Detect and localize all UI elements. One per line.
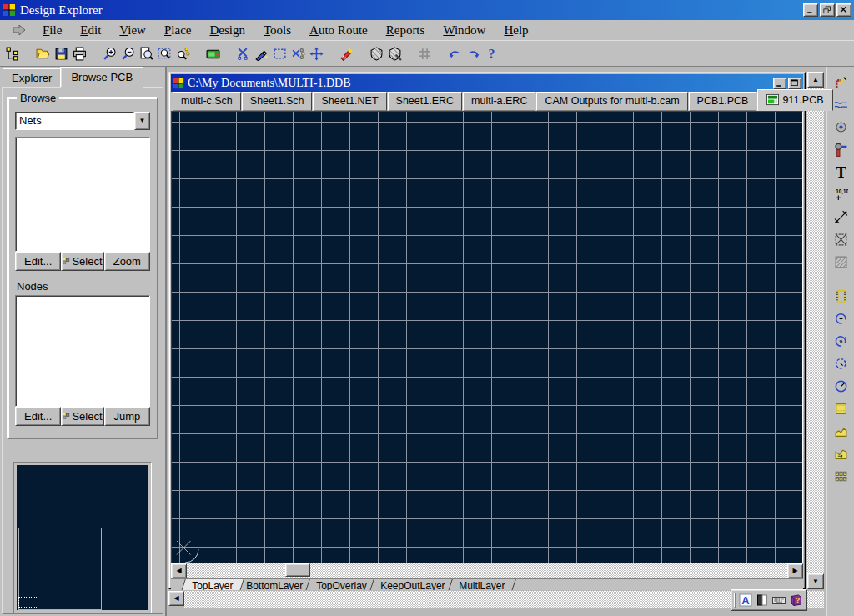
nodes-edit-button[interactable]: Edit... [15, 407, 61, 426]
menu-item-view[interactable]: View [110, 22, 155, 38]
pcb-canvas[interactable] [171, 111, 803, 563]
paste-array-icon[interactable] [830, 468, 851, 485]
text-annotation-icon[interactable]: A [737, 592, 754, 608]
place-coordinate-icon[interactable]: 10,10 [830, 186, 851, 203]
place-split-plane-icon[interactable] [830, 445, 851, 463]
place-pad-icon[interactable] [830, 141, 851, 158]
document-tab-sheet1-sch[interactable]: Sheet1.Sch [242, 92, 313, 111]
menu-item-help[interactable]: Help [495, 22, 537, 38]
panel-tab-explorer[interactable]: Explorer [3, 68, 61, 88]
workspace-hscrollbar[interactable]: ◀ [168, 591, 824, 608]
browse-edit-button[interactable]: Edit... [15, 252, 61, 271]
hscroll-track[interactable] [187, 563, 787, 578]
nodes-listbox[interactable] [15, 295, 150, 407]
highlight-pen-icon[interactable] [252, 44, 270, 63]
place-via-icon[interactable] [830, 118, 851, 136]
menu-item-auto-route[interactable]: Auto Route [300, 22, 377, 38]
board-view-icon[interactable] [203, 44, 222, 63]
move-select-icon[interactable] [289, 44, 307, 63]
layer-tab-multilayer[interactable]: MultiLayer [447, 579, 516, 590]
place-arc-center-icon[interactable] [830, 310, 851, 328]
place-string-icon[interactable]: T [830, 163, 851, 181]
undo-icon[interactable] [445, 44, 464, 63]
minimize-icon[interactable] [803, 3, 818, 17]
canvas-hscrollbar[interactable]: ◀ ▶ [171, 563, 803, 578]
place-fill-hatched-icon[interactable] [830, 253, 851, 271]
document-tab-911-pcb[interactable]: 911.PCB [757, 89, 832, 111]
menu-item-edit[interactable]: Edit [71, 22, 110, 38]
maximize-icon[interactable] [788, 78, 801, 89]
zoom-area-icon[interactable] [155, 44, 173, 63]
panel-tab-browse-pcb[interactable]: Browse PCB [60, 67, 143, 88]
document-titlebar[interactable]: C:\My Documents\MULTI-1.DDB [171, 74, 803, 92]
scroll-right-icon[interactable]: ▶ [787, 563, 803, 578]
place-arc-edge-icon[interactable] [830, 333, 851, 350]
menu-item-window[interactable]: Window [434, 22, 495, 38]
document-tab-sheet1-net[interactable]: Sheet1.NET [313, 92, 386, 111]
vscroll-track[interactable] [807, 88, 824, 573]
zoom-selection-icon[interactable] [173, 44, 192, 63]
restore-icon[interactable] [820, 3, 835, 17]
browse-type-dropdown[interactable]: Nets ▼ [15, 112, 150, 130]
wizard-icon[interactable] [337, 44, 355, 63]
select-area-icon[interactable] [270, 44, 289, 63]
explorer-panel-icon[interactable] [3, 44, 22, 63]
grid-icon[interactable] [415, 44, 434, 63]
browse-select-button[interactable]: Select [61, 252, 103, 271]
document-tab-sheet1-erc[interactable]: Sheet1.ERC [388, 92, 462, 111]
nets-listbox[interactable] [15, 137, 150, 252]
place-dimension-icon[interactable] [830, 208, 851, 226]
print-icon[interactable] [70, 44, 88, 63]
polygon-shield-icon[interactable] [367, 44, 385, 63]
place-track-icon[interactable] [830, 96, 851, 113]
save-icon[interactable] [52, 44, 70, 63]
minimize-icon[interactable] [773, 78, 786, 89]
zoom-out-icon[interactable] [118, 44, 137, 63]
browse-zoom-button[interactable]: Zoom [104, 252, 150, 271]
layer-tab-topoverlay[interactable]: TopOverlay [305, 579, 379, 590]
place-polygon-icon[interactable] [830, 423, 851, 440]
polygon-shield-flip-icon[interactable] [385, 44, 404, 63]
nodes-jump-button[interactable]: Jump [104, 407, 150, 426]
menu-item-place[interactable]: Place [155, 22, 200, 38]
menu-collapse-arrow-icon[interactable] [5, 23, 33, 37]
workspace-vscrollbar[interactable]: ▲ ▼ [807, 72, 824, 589]
close-icon[interactable] [836, 3, 851, 17]
layer-tab-toplayer[interactable]: TopLayer [180, 579, 244, 590]
dropdown-arrow-icon[interactable]: ▼ [134, 112, 150, 130]
layer-tab-bottomlayer[interactable]: BottomLayer [235, 579, 315, 590]
scroll-down-icon[interactable]: ▼ [807, 573, 824, 589]
toolbar-grip[interactable] [734, 593, 736, 608]
menu-item-design[interactable]: Design [200, 22, 254, 38]
menu-item-file[interactable]: File [33, 22, 71, 38]
place-keepout-icon[interactable] [830, 231, 851, 248]
layer-tab-keepoutlayer[interactable]: KeepOutLayer [369, 579, 456, 590]
scroll-left-icon[interactable]: ◀ [171, 563, 187, 578]
interactive-routing-icon[interactable] [830, 73, 851, 91]
help-book-icon[interactable]: ? [787, 592, 804, 608]
open-icon[interactable] [33, 44, 52, 63]
cutter-icon[interactable] [234, 44, 252, 63]
menu-item-tools[interactable]: Tools [254, 22, 300, 38]
document-tab-pcb1-pcb[interactable]: PCB1.PCB [689, 92, 757, 111]
ws-hscroll-track[interactable] [184, 591, 824, 608]
scroll-up-icon[interactable]: ▲ [807, 72, 824, 88]
place-arc-any-icon[interactable] [830, 355, 851, 373]
document-tab-multi-a-erc[interactable]: multi-a.ERC [463, 92, 535, 111]
zoom-all-icon[interactable] [137, 44, 155, 63]
viewport-indicator[interactable] [18, 597, 38, 608]
menu-item-reports[interactable]: Reports [377, 22, 435, 38]
redo-icon[interactable] [464, 44, 482, 63]
zoom-in-icon[interactable] [100, 44, 118, 63]
place-circle-icon[interactable] [830, 378, 851, 395]
document-tab-cam-outputs-for-multi-b-cam[interactable]: CAM Outputs for multi-b.cam [536, 92, 687, 111]
document-tab-multi-c-sch[interactable]: multi-c.Sch [173, 92, 241, 111]
keyboard-icon[interactable] [771, 592, 787, 608]
place-component-icon[interactable] [830, 288, 851, 305]
move-icon[interactable] [307, 44, 325, 63]
contrast-icon[interactable] [754, 592, 771, 608]
place-fill-icon[interactable] [830, 400, 851, 418]
nodes-select-button[interactable]: Select [61, 407, 103, 426]
board-preview[interactable] [13, 462, 152, 613]
hscroll-thumb[interactable] [285, 563, 310, 577]
